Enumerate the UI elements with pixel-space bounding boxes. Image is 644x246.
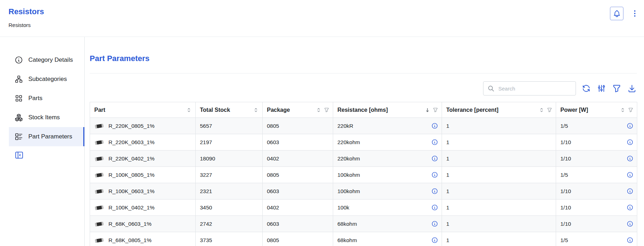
info-icon[interactable] [431, 171, 438, 178]
power-value: 1/5 [560, 172, 568, 178]
part-name: R_68K_0603_1% [108, 221, 152, 227]
sitemap-icon [15, 75, 23, 83]
tolerance-value: 1 [446, 139, 449, 146]
info-icon[interactable] [431, 139, 438, 146]
sort-desc-icon[interactable] [425, 107, 430, 113]
table-row[interactable]: R_220K_0603_1% 2197 0603 220kohm 1 1/10 [90, 134, 637, 151]
collapse-sidebar-button[interactable] [15, 151, 24, 160]
column-header-resistance[interactable]: Resistance [ohms] [333, 102, 442, 118]
info-icon[interactable] [431, 155, 438, 162]
tolerance-value: 1 [446, 204, 449, 211]
column-header-total-stock[interactable]: Total Stock [196, 102, 263, 118]
app-root: Resistors Resistors Category Details [0, 0, 644, 246]
breadcrumb[interactable]: Resistors [9, 22, 31, 28]
column-header-part[interactable]: Part [90, 102, 196, 118]
info-icon[interactable] [627, 188, 633, 195]
resistance-value: 100k [337, 204, 349, 211]
search-icon [488, 85, 494, 92]
notifications-button[interactable] [610, 7, 623, 20]
column-settings-button[interactable] [597, 83, 606, 93]
column-label: Resistance [ohms] [337, 107, 388, 113]
power-value: 1/10 [560, 139, 571, 146]
info-icon[interactable] [627, 220, 633, 227]
sort-selector-icon[interactable] [620, 107, 626, 113]
tab-stock-items[interactable]: Stock Items [9, 108, 84, 127]
info-icon[interactable] [431, 220, 438, 227]
sort-selector-icon[interactable] [316, 107, 321, 113]
tab-label: Stock Items [28, 114, 60, 121]
total-stock-value: 3227 [200, 172, 212, 178]
filter-button[interactable] [612, 83, 622, 93]
overflow-menu-button[interactable] [631, 9, 639, 18]
download-icon [627, 84, 637, 93]
column-filter-icon[interactable] [324, 107, 329, 113]
part-name: R_220K_0603_1% [108, 139, 155, 146]
table-row[interactable]: R_100K_0402_1% 3450 0402 100k 1 1/10 [90, 199, 637, 216]
info-icon[interactable] [627, 122, 633, 129]
tab-subcategories[interactable]: Subcategories [9, 70, 84, 89]
part-thumbnail-icon [94, 237, 104, 244]
info-circle-icon [15, 56, 23, 64]
info-icon[interactable] [431, 237, 438, 244]
search-input[interactable] [498, 85, 571, 92]
tab-label: Parts [28, 95, 43, 102]
part-thumbnail-icon [94, 221, 104, 227]
package-value: 0805 [267, 237, 279, 244]
sort-selector-icon[interactable] [186, 107, 192, 113]
column-label: Part [94, 107, 105, 113]
tab-part-parameters[interactable]: Part Parameters [9, 127, 84, 146]
part-name: R_100K_0805_1% [108, 172, 155, 178]
column-filter-icon[interactable] [433, 107, 438, 113]
table-row[interactable]: R_100K_0603_1% 2321 0603 100kohm 1 1/10 [90, 183, 637, 199]
column-header-tolerance[interactable]: Tolerance [percent] [442, 102, 556, 118]
part-name: R_100K_0603_1% [108, 188, 155, 195]
part-thumbnail-icon [94, 123, 104, 129]
package-value: 0603 [267, 188, 279, 195]
info-icon[interactable] [627, 204, 633, 211]
dots-vertical-icon [631, 9, 639, 18]
list-details-icon [15, 132, 23, 141]
total-stock-value: 18090 [200, 155, 215, 162]
info-icon[interactable] [627, 237, 633, 244]
power-value: 1/5 [560, 123, 568, 129]
tab-label: Subcategories [28, 76, 67, 83]
column-header-power[interactable]: Power [W] [556, 102, 637, 118]
column-label: Tolerance [percent] [446, 107, 498, 113]
info-icon[interactable] [627, 139, 633, 146]
sort-selector-icon[interactable] [253, 107, 259, 113]
column-filter-icon[interactable] [628, 107, 633, 113]
page-title: Resistors [9, 7, 635, 16]
tab-parts[interactable]: Parts [9, 89, 84, 108]
power-value: 1/10 [560, 155, 571, 162]
resistance-value: 68kohm [337, 221, 357, 227]
resistance-value: 100kohm [337, 172, 360, 178]
search-box[interactable] [483, 81, 576, 95]
download-button[interactable] [627, 83, 637, 93]
sort-selector-icon[interactable] [539, 107, 544, 113]
total-stock-value: 3735 [200, 237, 212, 244]
table-row[interactable]: R_220K_0402_1% 18090 0402 220kohm 1 1/10 [90, 151, 637, 167]
column-label: Package [267, 107, 290, 113]
info-icon[interactable] [431, 188, 438, 195]
info-icon[interactable] [627, 171, 633, 178]
total-stock-value: 2321 [200, 188, 212, 195]
column-filter-icon[interactable] [547, 107, 552, 113]
part-thumbnail-icon [94, 172, 104, 178]
info-icon[interactable] [431, 204, 438, 211]
tolerance-value: 1 [446, 172, 449, 178]
table-row[interactable]: R_68K_0805_1% 3735 0805 68kohm 1 1/5 [90, 232, 637, 246]
table-row[interactable]: R_220K_0805_1% 5657 0805 220kR 1 1/5 [90, 118, 637, 134]
info-icon[interactable] [627, 155, 633, 162]
table-row[interactable]: R_68K_0603_1% 2742 0603 68kohm 1 1/10 [90, 216, 637, 232]
power-value: 1/10 [560, 188, 571, 195]
part-thumbnail-icon [94, 139, 104, 146]
page-header: Resistors Resistors [0, 0, 644, 37]
tab-category-details[interactable]: Category Details [9, 50, 84, 70]
info-icon[interactable] [431, 122, 438, 129]
refresh-button[interactable] [581, 83, 591, 93]
package-value: 0603 [267, 139, 279, 146]
panel-title: Part Parameters [90, 54, 637, 63]
package-value: 0805 [267, 172, 279, 178]
table-row[interactable]: R_100K_0805_1% 3227 0805 100kohm 1 1/5 [90, 167, 637, 183]
column-header-package[interactable]: Package [263, 102, 333, 118]
